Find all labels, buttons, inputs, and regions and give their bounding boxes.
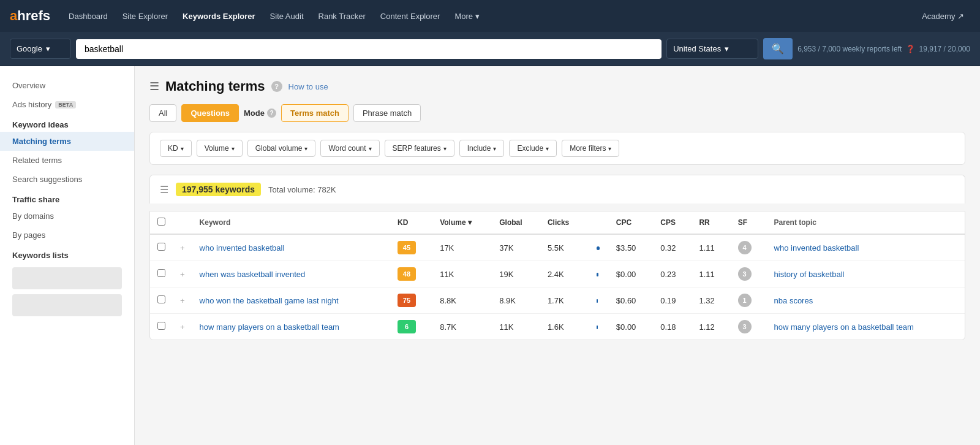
sidebar-item-ads-history[interactable]: Ads history BETA bbox=[0, 95, 134, 114]
th-volume[interactable]: Volume ▾ bbox=[432, 211, 492, 234]
row-checkbox-3[interactable] bbox=[157, 322, 165, 330]
th-cps[interactable]: CPS bbox=[653, 211, 692, 234]
row-add-button[interactable]: + bbox=[173, 234, 192, 261]
tab-all[interactable]: All bbox=[149, 104, 176, 122]
keyword-link-1[interactable]: when was basketball invented bbox=[200, 270, 306, 279]
select-all-checkbox[interactable] bbox=[157, 218, 165, 226]
total-volume: Total volume: 782K bbox=[268, 185, 336, 194]
row-volume: 8.8K bbox=[432, 287, 492, 314]
nav-site-explorer[interactable]: Site Explorer bbox=[116, 8, 174, 25]
parent-topic-link-2[interactable]: nba scores bbox=[774, 296, 813, 305]
row-keyword: how many players on a basketball team bbox=[192, 314, 390, 340]
tab-terms-match[interactable]: Terms match bbox=[281, 104, 349, 122]
filter-serp-features[interactable]: SERP features ▾ bbox=[385, 140, 454, 157]
row-checkbox-2[interactable] bbox=[157, 295, 165, 303]
global-volume-chevron-icon: ▾ bbox=[304, 145, 307, 152]
table-row: + how many players on a basketball team … bbox=[150, 314, 965, 340]
sidebar-placeholder-2 bbox=[12, 294, 122, 316]
engine-select[interactable]: Google ▾ bbox=[10, 39, 71, 59]
row-global: 8.9K bbox=[492, 287, 540, 314]
filter-exclude[interactable]: Exclude ▾ bbox=[509, 140, 557, 157]
search-button[interactable]: 🔍 bbox=[763, 38, 793, 59]
sidebar-item-by-domains[interactable]: By domains bbox=[0, 207, 134, 226]
parent-topic-link-3[interactable]: how many players on a basketball team bbox=[774, 322, 914, 332]
row-add-button[interactable]: + bbox=[173, 261, 192, 287]
sidebar-item-by-pages[interactable]: By pages bbox=[0, 226, 134, 245]
sf-badge-1: 3 bbox=[738, 267, 752, 281]
th-global[interactable]: Global bbox=[492, 211, 540, 234]
tab-phrase-match[interactable]: Phrase match bbox=[353, 104, 421, 122]
row-clicks-bar-cell bbox=[587, 234, 609, 261]
nav-academy[interactable]: Academy ↗ bbox=[916, 8, 970, 25]
row-checkbox-cell[interactable] bbox=[150, 261, 173, 287]
row-clicks-bar-cell bbox=[587, 261, 609, 287]
th-cpc[interactable]: CPC bbox=[609, 211, 653, 234]
row-add-button[interactable]: + bbox=[173, 287, 192, 314]
keyword-link-0[interactable]: who invented basketball bbox=[200, 243, 285, 253]
sidebar-placeholder-1 bbox=[12, 267, 122, 289]
logo[interactable]: ahrefs bbox=[10, 8, 50, 24]
country-label: United States bbox=[673, 44, 721, 53]
nav-more[interactable]: More ▾ bbox=[448, 8, 485, 25]
mode-help-icon[interactable]: ? bbox=[267, 108, 276, 118]
row-checkbox-1[interactable] bbox=[157, 269, 165, 277]
kd-badge-0: 45 bbox=[398, 241, 416, 254]
sf-badge-0: 4 bbox=[738, 241, 752, 254]
row-rr: 1.11 bbox=[692, 261, 730, 287]
row-rr: 1.11 bbox=[692, 234, 730, 261]
nav-rank-tracker[interactable]: Rank Tracker bbox=[312, 8, 372, 25]
search-input[interactable] bbox=[76, 39, 662, 59]
filter-volume[interactable]: Volume ▾ bbox=[197, 140, 243, 157]
sidebar-item-matching-terms[interactable]: Matching terms bbox=[0, 132, 134, 151]
th-parent-topic: Parent topic bbox=[767, 211, 965, 234]
nav-content-explorer[interactable]: Content Explorer bbox=[374, 8, 447, 25]
nav-site-audit[interactable]: Site Audit bbox=[264, 8, 310, 25]
row-checkbox-cell[interactable] bbox=[150, 287, 173, 314]
keyword-link-2[interactable]: who won the basketball game last night bbox=[200, 296, 339, 305]
filter-global-volume[interactable]: Global volume ▾ bbox=[247, 140, 316, 157]
results-menu-icon[interactable]: ☰ bbox=[160, 184, 168, 196]
tab-questions[interactable]: Questions bbox=[181, 104, 239, 122]
row-checkbox-cell[interactable] bbox=[150, 314, 173, 340]
country-select[interactable]: United States ▾ bbox=[666, 39, 758, 59]
serp-chevron-icon: ▾ bbox=[443, 145, 447, 152]
how-to-use-link[interactable]: How to use bbox=[288, 82, 328, 91]
filter-word-count[interactable]: Word count ▾ bbox=[320, 140, 379, 157]
row-keyword: who won the basketball game last night bbox=[192, 287, 390, 314]
row-cps: 0.18 bbox=[653, 314, 692, 340]
row-checkbox-cell[interactable] bbox=[150, 234, 173, 261]
kd-badge-2: 75 bbox=[398, 294, 416, 307]
help-icon[interactable]: ? bbox=[271, 81, 282, 92]
row-add-button[interactable]: + bbox=[173, 314, 192, 340]
nav-keywords-explorer[interactable]: Keywords Explorer bbox=[176, 8, 262, 25]
th-clicks[interactable]: Clicks bbox=[540, 211, 587, 234]
parent-topic-link-0[interactable]: who invented basketball bbox=[774, 243, 859, 253]
sidebar-item-related-terms[interactable]: Related terms bbox=[0, 151, 134, 170]
th-kd[interactable]: KD bbox=[390, 211, 432, 234]
filter-more[interactable]: More filters ▾ bbox=[562, 140, 619, 157]
filter-include[interactable]: Include ▾ bbox=[459, 140, 505, 157]
table-body: + who invented basketball 45 17K 37K 5.5… bbox=[150, 234, 965, 340]
filter-kd[interactable]: KD ▾ bbox=[160, 140, 192, 157]
th-rr[interactable]: RR bbox=[692, 211, 730, 234]
row-parent-topic: who invented basketball bbox=[767, 234, 965, 261]
kd-badge-3: 6 bbox=[398, 320, 416, 333]
parent-topic-link-1[interactable]: history of basketball bbox=[774, 270, 845, 279]
row-sf: 4 bbox=[731, 234, 767, 261]
row-kd: 48 bbox=[390, 261, 432, 287]
row-keyword: when was basketball invented bbox=[192, 261, 390, 287]
keyword-link-3[interactable]: how many players on a basketball team bbox=[200, 322, 339, 332]
row-kd: 6 bbox=[390, 314, 432, 340]
sidebar-item-overview[interactable]: Overview bbox=[0, 76, 134, 95]
nav-dashboard[interactable]: Dashboard bbox=[62, 8, 114, 25]
th-sf[interactable]: SF bbox=[731, 211, 767, 234]
th-select-all[interactable] bbox=[150, 211, 173, 234]
row-volume: 17K bbox=[432, 234, 492, 261]
row-checkbox-0[interactable] bbox=[157, 243, 165, 251]
hamburger-icon[interactable]: ☰ bbox=[149, 80, 159, 93]
row-parent-topic: nba scores bbox=[767, 287, 965, 314]
filters-row: KD ▾ Volume ▾ Global volume ▾ Word count… bbox=[149, 132, 965, 165]
include-chevron-icon: ▾ bbox=[493, 145, 496, 152]
sidebar-item-search-suggestions[interactable]: Search suggestions bbox=[0, 170, 134, 189]
row-cps: 0.23 bbox=[653, 261, 692, 287]
